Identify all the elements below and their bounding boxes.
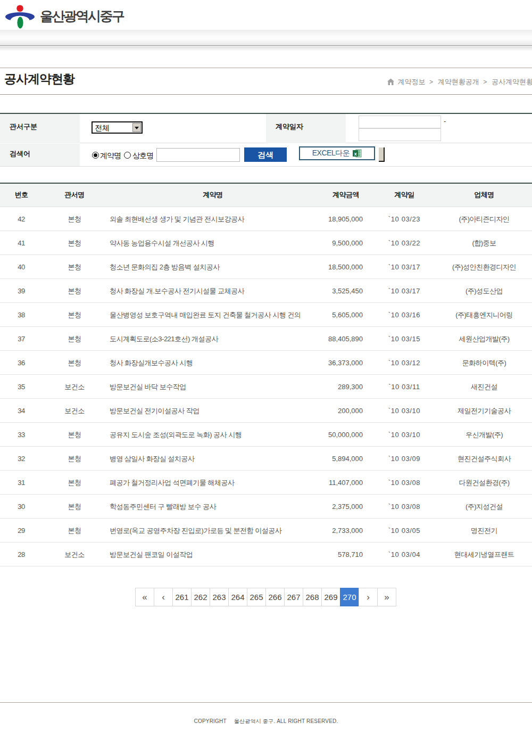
svg-text:x: x <box>354 151 357 157</box>
